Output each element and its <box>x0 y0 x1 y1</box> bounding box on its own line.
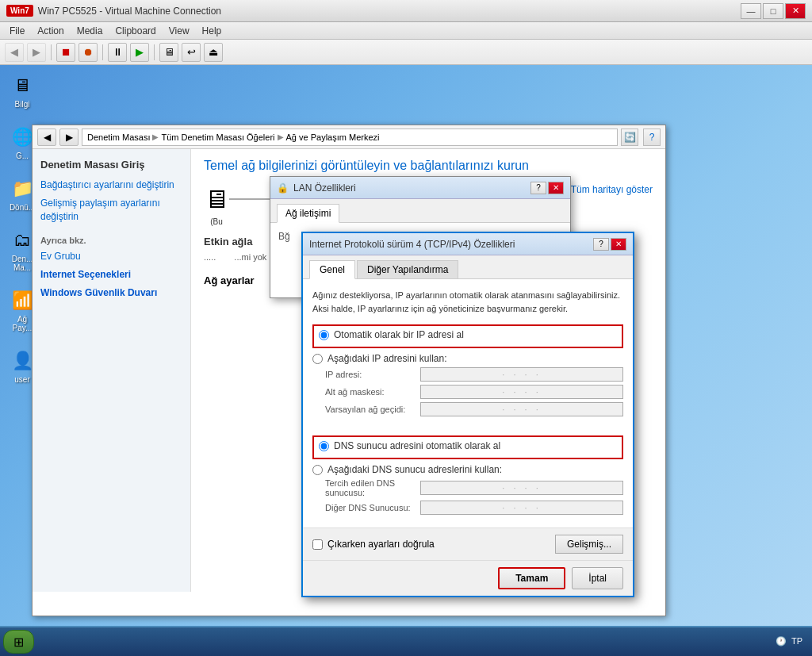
start-button[interactable]: ⊞ <box>3 630 34 654</box>
tcp-title-bar: Internet Protokolü sürüm 4 (TCP/IPv4) Öz… <box>303 233 633 255</box>
section-divider <box>312 423 623 429</box>
menu-view[interactable]: View <box>163 24 196 38</box>
desktop-icon-bilgi[interactable]: 🖥 Bilgi <box>6 73 38 109</box>
alternate-dns-row: Diğer DNS Sunucusu: · · · · <box>312 501 623 515</box>
bilgi-label: Bilgi <box>6 100 39 109</box>
lan-help-btn[interactable]: ? <box>530 182 546 194</box>
screen-button[interactable]: 🖥 <box>159 43 178 62</box>
nsc-link-ev[interactable]: Ev Grubu <box>40 250 182 263</box>
reset-button[interactable]: ↩ <box>182 43 201 62</box>
system-clock: TP <box>791 635 802 647</box>
pause-button[interactable]: ⏸ <box>108 43 127 62</box>
manual-ip-radio[interactable] <box>312 354 323 364</box>
auto-ip-radio[interactable] <box>319 330 329 340</box>
stop-button[interactable]: ⏹ <box>56 43 75 62</box>
tcp-close-btn[interactable]: ✕ <box>611 238 626 251</box>
maximize-button[interactable]: □ <box>763 3 783 19</box>
nsc-link-bağdaştırıcı[interactable]: Bağdaştırıcı ayarlarını değiştirin <box>40 178 182 192</box>
nsc-link-windows[interactable]: Windows Güvenlik Duvarı <box>40 286 182 300</box>
toolbar-separator-2 <box>102 44 103 60</box>
vm-desktop: 🖥 Bilgi 🌐 G... 📁 Dönü... 🗂 Den...Ma... 📶… <box>0 65 812 656</box>
tcp-footer: Çıkarken ayarları doğrula Gelişmiş... <box>303 527 633 560</box>
nsc-back-btn[interactable]: ◀ <box>37 129 56 146</box>
minimize-button[interactable]: — <box>741 3 761 19</box>
manual-dns-radio-row[interactable]: Aşağıdaki DNS sunucu adreslerini kullan: <box>312 464 623 475</box>
lan-controls: ? ✕ <box>530 182 564 194</box>
preferred-dns-input[interactable]: · · · · <box>420 481 623 495</box>
menu-help[interactable]: Help <box>196 24 228 38</box>
menu-clipboard[interactable]: Clipboard <box>109 24 162 38</box>
gateway-input[interactable]: · · · · <box>420 402 623 416</box>
gateway-dots: · · · · <box>502 405 541 414</box>
eject-button[interactable]: ⏏ <box>204 43 223 62</box>
path-ag: Ağ ve Paylaşım Merkezi <box>286 132 380 142</box>
window-title: Win7 PC5525 - Virtual Machine Connection <box>38 6 221 17</box>
alternate-dns-label: Diğer DNS Sunucusu: <box>325 503 420 512</box>
subnet-label: Alt ağ maskesi: <box>325 387 420 397</box>
lan-title-left: 🔒 LAN Özellikleri <box>277 182 356 194</box>
lan-close-btn[interactable]: ✕ <box>548 182 564 194</box>
preferred-dns-row: Tercih edilen DNS sunucusu: · · · · <box>312 478 623 497</box>
auto-dns-radio-row[interactable]: DNS sunucu adresini otomatik olarak al <box>319 440 617 451</box>
tcp-tabs: Genel Diğer Yapılandırma <box>303 255 633 279</box>
subnet-row: Alt ağ maskesi: · · · · <box>312 385 623 399</box>
tcp-tab-diger[interactable]: Diğer Yapılandırma <box>357 260 458 278</box>
nsc-address-bar: ◀ ▶ Denetim Masası ▶ Tüm Denetim Masası … <box>33 125 665 149</box>
toolbar-separator-1 <box>51 44 52 60</box>
tcp-controls: ? ✕ <box>593 238 626 251</box>
menu-file[interactable]: File <box>3 24 31 38</box>
lan-tab-ag[interactable]: Ağ iletişimi <box>277 204 339 223</box>
path-denetim: Denetim Masası <box>87 132 150 142</box>
tcp-title-text: Internet Protokolü sürüm 4 (TCP/IPv4) Öz… <box>309 239 515 250</box>
lan-tabs: Ağ iletişimi <box>270 199 570 223</box>
win7-badge: Win7 <box>6 5 33 17</box>
nsc-address-path[interactable]: Denetim Masası ▶ Tüm Denetim Masası Öğel… <box>82 129 618 146</box>
auto-ip-radio-row[interactable]: Otomatik olarak bir IP adresi al <box>319 329 617 340</box>
manual-dns-radio[interactable] <box>312 465 323 475</box>
manual-ip-label: Aşağıdaki IP adresini kullan: <box>327 353 447 364</box>
validate-checkbox[interactable] <box>312 539 323 550</box>
tcp-tab-genel[interactable]: Genel <box>309 260 355 279</box>
play-button[interactable]: ▶ <box>130 43 149 62</box>
toolbar: ◀ ▶ ⏹ ⏺ ⏸ ▶ 🖥 ↩ ⏏ <box>0 40 812 65</box>
subnet-input[interactable]: · · · · <box>420 385 623 399</box>
preferred-dots: · · · · <box>502 483 541 493</box>
tcp-help-btn[interactable]: ? <box>593 238 609 251</box>
nsc-sidebar-title: Denetim Masası Giriş <box>40 159 182 171</box>
nsc-link-gelismis[interactable]: Gelişmiş paylaşım ayarlarını değiştirin <box>40 197 182 224</box>
show-full-map-link[interactable]: Tüm haritayı göster <box>571 184 653 195</box>
nsc-sidebar: Denetim Masası Giriş Bağdaştırıcı ayarla… <box>33 149 191 592</box>
forward-button[interactable]: ▶ <box>27 43 46 62</box>
menu-bar: File Action Media Clipboard View Help <box>0 22 812 40</box>
clock-icon: 🕐 <box>776 636 787 646</box>
ip-radio-group: Otomatik olarak bir IP adresi al Aşağıda… <box>312 324 623 416</box>
connection-label: ...mi yok <box>234 252 266 262</box>
tcp-dialog: Internet Protokolü sürüm 4 (TCP/IPv4) Öz… <box>301 232 634 597</box>
tamam-button[interactable]: Tamam <box>498 567 565 589</box>
advanced-button[interactable]: Gelişmiş... <box>555 535 623 554</box>
back-button[interactable]: ◀ <box>5 43 24 62</box>
menu-action[interactable]: Action <box>31 24 70 38</box>
iptal-button[interactable]: İptal <box>572 567 623 589</box>
main-title-bar: Win7 Win7 PC5525 - Virtual Machine Conne… <box>0 0 812 22</box>
subnet-dots: · · · · <box>502 387 541 397</box>
net-computer-icon: 🖥 <box>204 185 229 214</box>
lan-title-text: LAN Özellikleri <box>293 182 356 194</box>
power-button[interactable]: ⏺ <box>79 43 98 62</box>
start-icon: ⊞ <box>13 635 24 650</box>
alternate-dns-input[interactable]: · · · · <box>420 501 623 515</box>
ip-dots: · · · · <box>502 370 541 379</box>
nsc-link-internet[interactable]: Internet Seçenekleri <box>40 268 182 282</box>
net-computer-label: (Bu <box>210 217 223 226</box>
tcp-action-row: Tamam İptal <box>303 560 633 596</box>
ip-address-input[interactable]: · · · · <box>420 367 623 382</box>
nsc-refresh-btn[interactable]: 🔄 <box>621 129 638 146</box>
nsc-help-btn[interactable]: ? <box>643 129 661 146</box>
nsc-fwd-btn[interactable]: ▶ <box>59 129 79 146</box>
nsc-also-label: Ayrıca bkz. <box>40 236 182 245</box>
alternate-dots: · · · · <box>502 503 541 512</box>
close-button[interactable]: ✕ <box>785 3 806 19</box>
manual-ip-radio-row[interactable]: Aşağıdaki IP adresini kullan: <box>312 353 623 364</box>
menu-media[interactable]: Media <box>71 24 109 38</box>
auto-dns-radio[interactable] <box>319 441 329 451</box>
